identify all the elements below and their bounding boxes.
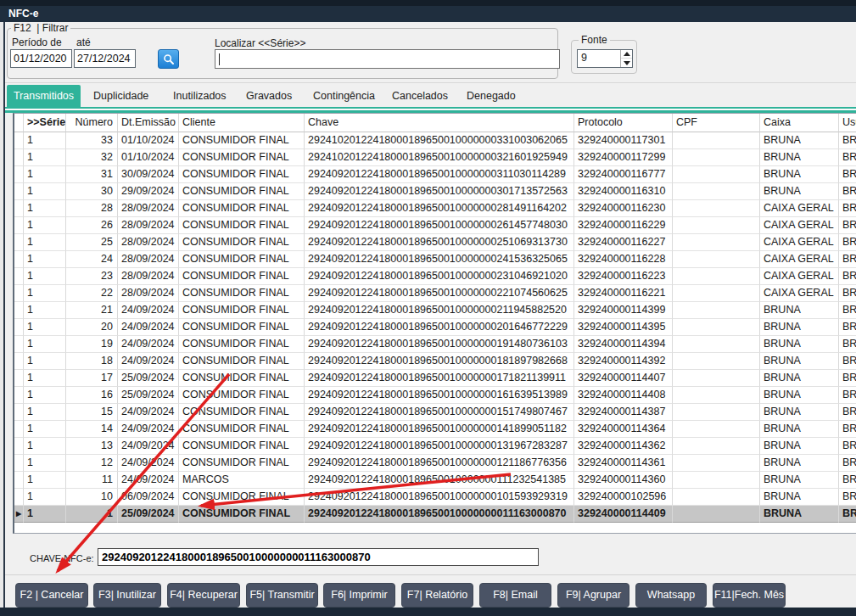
button-f8-email[interactable]: F8| Email: [479, 583, 551, 608]
cell-serie: 1: [24, 506, 66, 523]
cell-serie: 1: [24, 132, 66, 149]
table-row[interactable]: 13201/10/2024CONSUMIDOR FINAL29241020122…: [14, 149, 856, 166]
cell-dt: 24/09/2024: [118, 302, 179, 319]
cell-usuario: BRUNA: [839, 302, 856, 319]
cell-numero: 12: [66, 455, 118, 472]
column-header-cliente[interactable]: Cliente: [179, 114, 305, 132]
search-button[interactable]: [158, 49, 179, 69]
button-f4-recuperar[interactable]: F4| Recuperar: [167, 583, 240, 608]
cell-serie: 1: [24, 455, 66, 472]
cell-protocolo: 329240000116310: [574, 183, 673, 200]
cell-caixa: BRUNA: [760, 149, 839, 166]
tab-duplicidade[interactable]: Duplicidade: [93, 85, 148, 107]
cell-serie: 1: [24, 489, 66, 506]
cell-indicator: [14, 438, 24, 455]
table-row[interactable]: 11006/09/2024CONSUMIDOR FINAL29240920122…: [14, 489, 856, 506]
chave-input[interactable]: [98, 548, 539, 566]
cell-numero: 32: [66, 149, 118, 166]
chave-label: CHAVE NFC-e:: [30, 553, 94, 563]
table-row[interactable]: 12828/09/2024CONSUMIDOR FINAL29240920122…: [14, 200, 856, 217]
cell-numero: 28: [66, 200, 118, 217]
cell-indicator: [14, 200, 24, 217]
tab-contingência[interactable]: Contingência: [313, 85, 375, 107]
table-row[interactable]: 12428/09/2024CONSUMIDOR FINAL29240920122…: [14, 251, 856, 268]
button-f2-cancelar[interactable]: F2 | Cancelar: [15, 583, 88, 608]
table-row-selected[interactable]: ▶1125/09/2024CONSUMIDOR FINAL29240920122…: [14, 506, 856, 523]
column-header-usuario[interactable]: Usuário: [839, 114, 856, 132]
table-row[interactable]: 12328/09/2024CONSUMIDOR FINAL29240920122…: [14, 268, 856, 285]
cell-chave: 2924092012241800018965001000000028149116…: [305, 200, 574, 217]
tab-inutilizados[interactable]: Inutilizados: [173, 85, 227, 107]
cell-numero: 20: [66, 319, 118, 336]
tab-gravados[interactable]: Gravados: [246, 85, 292, 107]
search-icon: [162, 53, 176, 66]
column-header-numero[interactable]: Número: [66, 114, 118, 132]
cell-chave: 2924092012241800018965001000000018189798…: [305, 353, 574, 370]
cell-numero: 1: [66, 506, 118, 523]
localizar-input[interactable]: [215, 49, 560, 69]
cell-numero: 30: [66, 183, 118, 200]
table-row[interactable]: 13130/09/2024CONSUMIDOR FINAL29240920122…: [14, 166, 856, 183]
cell-dt: 28/09/2024: [118, 234, 179, 251]
cell-protocolo: 329240000114407: [574, 370, 673, 387]
cell-numero: 11: [66, 472, 118, 489]
table-row[interactable]: 11725/09/2024CONSUMIDOR FINAL29240920122…: [14, 370, 856, 387]
column-header-protocolo[interactable]: Protocolo: [574, 114, 673, 132]
cell-serie: 1: [24, 251, 66, 268]
cell-serie: 1: [24, 336, 66, 353]
cell-indicator: [14, 285, 24, 302]
date-from-input[interactable]: [10, 49, 72, 68]
spinner-up-icon[interactable]: [621, 50, 632, 59]
cell-numero: 19: [66, 336, 118, 353]
cell-serie: 1: [24, 404, 66, 421]
button-f5-transmitir[interactable]: F5| Transmitir: [246, 583, 318, 608]
cell-protocolo: 329240000114408: [574, 387, 673, 404]
table-row[interactable]: 12628/09/2024CONSUMIDOR FINAL29240920122…: [14, 217, 856, 234]
column-header-chave[interactable]: Chave: [305, 114, 574, 132]
date-to-input[interactable]: [74, 49, 136, 68]
cell-usuario: BRUNA: [839, 132, 856, 149]
table-row[interactable]: 11924/09/2024CONSUMIDOR FINAL29240920122…: [14, 336, 856, 353]
table-row[interactable]: 11424/09/2024CONSUMIDOR FINAL29240920122…: [14, 421, 856, 438]
button-whatsapp[interactable]: Whatsapp: [635, 583, 707, 608]
tab-denegado[interactable]: Denegado: [467, 85, 516, 107]
cell-cliente: CONSUMIDOR FINAL: [179, 438, 305, 455]
table-row[interactable]: 11625/09/2024CONSUMIDOR FINAL29240920122…: [14, 387, 856, 404]
cell-indicator: [14, 404, 24, 421]
column-header-serie[interactable]: >>Série: [24, 114, 66, 132]
table-row[interactable]: 12228/09/2024CONSUMIDOR FINAL29240920122…: [14, 285, 856, 302]
table-row[interactable]: 12024/09/2024CONSUMIDOR FINAL29240920122…: [14, 319, 856, 336]
table-row[interactable]: 11524/09/2024CONSUMIDOR FINAL29240920122…: [14, 404, 856, 421]
table-row[interactable]: 13029/09/2024CONSUMIDOR FINAL29240920122…: [14, 183, 856, 200]
tab-cancelados[interactable]: Cancelados: [392, 85, 448, 107]
table-row[interactable]: 11224/09/2024CONSUMIDOR FINAL29240920122…: [14, 455, 856, 472]
font-size-stepper[interactable]: 9: [577, 49, 633, 68]
cell-chave: 2924092012241800018965001000000015174980…: [305, 404, 574, 421]
window-title: NFC-e: [8, 6, 38, 22]
cell-indicator: [14, 302, 24, 319]
table-row[interactable]: 12528/09/2024CONSUMIDOR FINAL29240920122…: [14, 234, 856, 251]
button-f3-inutilizar[interactable]: F3| Inutilizar: [93, 583, 161, 608]
cell-caixa: CAIXA GERAL: [760, 268, 839, 285]
button-f9-agrupar[interactable]: F9| Agrupar: [557, 583, 629, 608]
cell-cliente: CONSUMIDOR FINAL: [179, 200, 305, 217]
tab-transmitidos[interactable]: Transmitidos: [7, 85, 81, 107]
column-header-cpf[interactable]: CPF: [673, 114, 760, 132]
cell-numero: 25: [66, 234, 118, 251]
column-header-dt[interactable]: Dt.Emissão: [118, 114, 179, 132]
table-row[interactable]: 13301/10/2024CONSUMIDOR FINAL29241020122…: [14, 132, 856, 149]
cell-cpf: [673, 353, 760, 370]
button-f6-imprimir[interactable]: F6| Imprimir: [323, 583, 395, 608]
column-header-caixa[interactable]: Caixa: [760, 114, 839, 132]
cell-cliente: CONSUMIDOR FINAL: [179, 387, 305, 404]
button-f7-relat-rio[interactable]: F7| Relatório: [401, 583, 473, 608]
table-row[interactable]: 11124/09/2024MARCOS292409201224180001896…: [14, 472, 856, 489]
spinner-down-icon[interactable]: [621, 59, 632, 67]
cell-numero: 16: [66, 387, 118, 404]
table-row[interactable]: 12124/09/2024CONSUMIDOR FINAL29240920122…: [14, 302, 856, 319]
cell-dt: 28/09/2024: [118, 285, 179, 302]
table-row[interactable]: 11824/09/2024CONSUMIDOR FINAL29240920122…: [14, 353, 856, 370]
button-f11-fech-m-s[interactable]: F11|Fech. Mês: [713, 583, 786, 608]
table-row[interactable]: 11324/09/2024CONSUMIDOR FINAL29240920122…: [14, 438, 856, 455]
cell-dt: 24/09/2024: [118, 438, 179, 455]
